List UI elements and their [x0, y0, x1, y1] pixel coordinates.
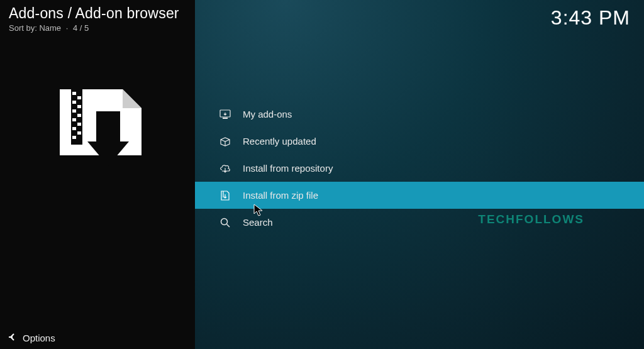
svg-rect-4: [77, 105, 81, 108]
menu-item-label: My add-ons: [243, 109, 292, 119]
svg-rect-5: [72, 109, 76, 113]
menu-item-label: Recently updated: [243, 136, 316, 147]
open-box-icon: [219, 135, 231, 148]
options-button[interactable]: Options: [0, 327, 195, 349]
cloud-download-icon: [219, 162, 231, 175]
menu-item-label: Install from zip file: [243, 190, 318, 201]
menu-item-install-repository[interactable]: Install from repository: [195, 155, 644, 182]
monitor-icon: [219, 108, 231, 121]
main-panel: 3:43 PM My add-ons Recently updated Inst…: [195, 0, 644, 349]
svg-rect-7: [72, 118, 76, 121]
sidebar: Add-ons / Add-on browser Sort by: Name ·…: [0, 0, 195, 349]
zip-download-icon: [219, 189, 231, 202]
svg-rect-3: [72, 101, 76, 104]
zip-file-download-icon: [47, 83, 148, 171]
svg-point-16: [221, 218, 228, 224]
menu-item-my-addons[interactable]: My add-ons: [195, 101, 644, 128]
svg-rect-8: [77, 123, 81, 126]
svg-rect-1: [72, 92, 76, 95]
mouse-cursor: [253, 204, 265, 220]
svg-rect-15: [223, 118, 228, 119]
sort-label: Sort by:: [9, 23, 37, 33]
svg-rect-9: [72, 127, 76, 130]
clock: 3:43 PM: [551, 6, 630, 30]
item-position: 4 / 5: [73, 23, 89, 33]
svg-rect-12: [96, 111, 120, 141]
svg-rect-10: [77, 131, 81, 135]
menu-item-label: Install from repository: [243, 163, 333, 174]
svg-rect-2: [77, 96, 81, 99]
sort-info: Sort by: Name · 4 / 5: [0, 23, 195, 33]
watermark-text: TECHFOLLOWS: [478, 213, 584, 226]
arrow-left-icon: [8, 332, 18, 344]
breadcrumb: Add-ons / Add-on browser: [0, 0, 195, 23]
separator-dot: ·: [66, 23, 69, 33]
search-icon: [219, 216, 231, 229]
app-root: Add-ons / Add-on browser Sort by: Name ·…: [0, 0, 644, 349]
sort-value: Name: [39, 23, 61, 33]
options-label: Options: [23, 333, 55, 343]
svg-rect-6: [77, 114, 81, 117]
menu-item-recently-updated[interactable]: Recently updated: [195, 128, 644, 155]
svg-rect-11: [72, 136, 76, 139]
sidebar-thumbnail: [0, 83, 195, 171]
